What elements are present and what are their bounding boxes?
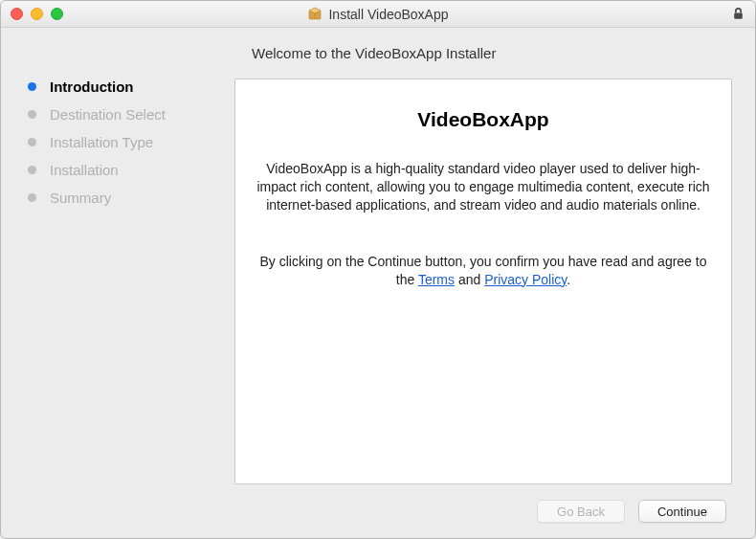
page-heading: Welcome to the VideoBoxApp Installer: [252, 45, 732, 61]
installer-window: Install VideoBoxApp Welcome to the Video…: [0, 0, 756, 539]
lock-holder: [731, 7, 745, 21]
bullet-icon: [28, 138, 36, 146]
zoom-button[interactable]: [51, 8, 63, 20]
panel-description: VideoBoxApp is a high-quality standard v…: [256, 160, 710, 214]
body-row: Introduction Destination Select Installa…: [24, 79, 732, 484]
bullet-icon: [28, 110, 36, 119]
bullet-icon: [28, 82, 36, 91]
go-back-button: Go Back: [537, 500, 625, 523]
bullet-icon: [28, 193, 36, 202]
window-title: Install VideoBoxApp: [328, 7, 448, 22]
step-installation: Installation: [28, 162, 234, 178]
main-panel: VideoBoxApp VideoBoxApp is a high-qualit…: [234, 79, 732, 484]
step-label: Summary: [50, 190, 111, 206]
agree-and: and: [455, 272, 484, 287]
close-button[interactable]: [11, 8, 23, 20]
content-area: Welcome to the VideoBoxApp Installer Int…: [1, 28, 755, 538]
lock-icon[interactable]: [731, 7, 745, 21]
panel-title: VideoBoxApp: [417, 108, 548, 131]
minimize-button[interactable]: [31, 8, 43, 20]
agree-suffix: .: [567, 272, 570, 287]
step-destination-select: Destination Select: [28, 106, 234, 123]
step-label: Installation Type: [50, 134, 153, 150]
step-summary: Summary: [28, 190, 234, 206]
traffic-lights: [11, 8, 63, 20]
title-wrap: Install VideoBoxApp: [1, 7, 755, 22]
privacy-link[interactable]: Privacy Policy: [484, 272, 567, 287]
panel-agreement: By clicking on the Continue button, you …: [256, 253, 710, 289]
step-introduction: Introduction: [28, 79, 234, 95]
package-icon: [307, 7, 322, 22]
svg-rect-1: [734, 12, 743, 18]
continue-button[interactable]: Continue: [638, 500, 726, 523]
terms-link[interactable]: Terms: [418, 272, 455, 287]
sidebar: Introduction Destination Select Installa…: [24, 79, 234, 484]
step-label: Introduction: [50, 79, 133, 95]
step-label: Destination Select: [50, 106, 166, 123]
step-installation-type: Installation Type: [28, 134, 234, 150]
step-label: Installation: [50, 162, 119, 178]
bullet-icon: [28, 166, 36, 174]
footer: Go Back Continue: [24, 484, 732, 523]
titlebar: Install VideoBoxApp: [1, 1, 755, 28]
svg-rect-0: [309, 11, 321, 19]
